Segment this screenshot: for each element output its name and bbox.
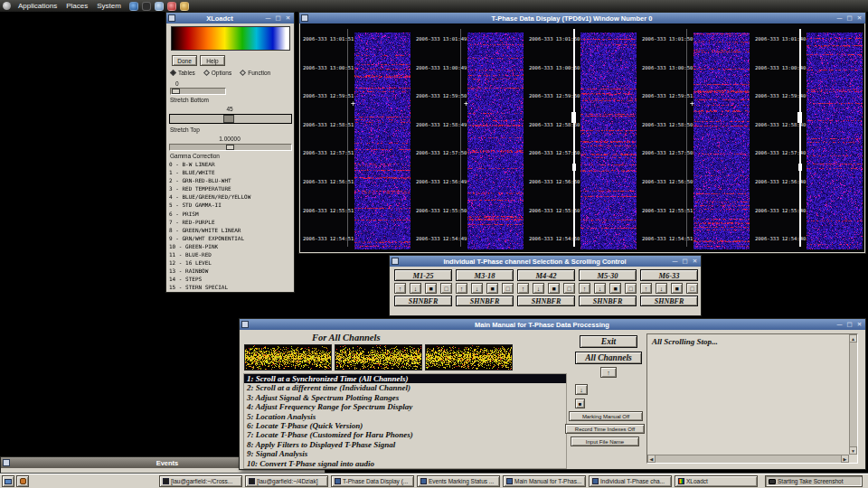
terminal-launcher-icon[interactable] <box>142 2 151 11</box>
taskbar-window-button[interactable]: Main Manual for T-Phas... <box>503 475 586 487</box>
tables-radio[interactable]: Tables <box>171 70 195 76</box>
color-table-option[interactable]: 9 - GRN/WHT EXPONENTIAL <box>169 234 293 242</box>
scroll-down-button[interactable]: ↓ <box>410 283 421 294</box>
scroll-up-button[interactable]: ↑ <box>394 283 406 294</box>
scroll-left-arrow-icon[interactable]: ◀ <box>647 455 656 463</box>
taskbar-window-button[interactable]: [lau@garfield:~/Cross... <box>159 475 242 487</box>
file-manager-launcher-icon[interactable] <box>155 2 164 11</box>
stop-button[interactable]: ■ <box>575 399 585 408</box>
menu-option-2[interactable]: 2: Scroll at a different time (Individua… <box>244 383 566 392</box>
input-file-name-button[interactable]: Input File Name <box>571 436 639 446</box>
pause-button[interactable]: □ <box>686 283 698 294</box>
color-table-option[interactable]: 7 - RED-PURPLE <box>169 218 293 226</box>
menu-option-10[interactable]: 10: Convert T-Phase signal into audio <box>244 459 566 468</box>
maximize-icon[interactable]: □ <box>845 321 854 329</box>
maximize-icon[interactable]: □ <box>681 258 689 266</box>
stretch-bottom-slider[interactable] <box>170 88 226 95</box>
exit-button[interactable]: Exit <box>580 335 637 348</box>
scroll-down-button[interactable]: ↓ <box>594 283 606 294</box>
gamma-slider[interactable] <box>169 144 292 151</box>
channel-thumbnail-2[interactable] <box>335 344 422 371</box>
spectrogram-channel-3[interactable] <box>580 33 637 249</box>
spectrogram-channel-1[interactable] <box>354 33 410 249</box>
window-menu-icon[interactable] <box>168 14 175 22</box>
channel-button[interactable]: M6-33 <box>640 269 698 281</box>
channel-button[interactable]: M5-30 <box>579 269 637 281</box>
menu-option-4[interactable]: 4: Adjust Frequency Range for Spectrum D… <box>244 402 566 411</box>
scroll-down-arrow-icon[interactable]: ▼ <box>849 446 857 455</box>
screenshot-status-button[interactable]: Starting Take Screenshot <box>765 475 863 487</box>
color-table-option[interactable]: 8 - GREEN/WHITE LINEAR <box>169 226 293 234</box>
scroll-down-button[interactable]: ↓ <box>656 283 667 294</box>
scroller-titlebar[interactable]: Individual T-Phase channel Selection & S… <box>390 256 701 267</box>
pause-button[interactable]: □ <box>502 283 514 294</box>
minimize-icon[interactable]: — <box>671 258 679 266</box>
color-table-option[interactable]: 1 - BLUE/WHITE <box>169 168 293 176</box>
scroll-up-button[interactable]: ↑ <box>640 283 652 294</box>
filter-button[interactable]: SHNBFR <box>579 296 637 306</box>
spectrogram-channel-2[interactable] <box>467 33 524 249</box>
channel-button[interactable]: M4-42 <box>517 269 575 281</box>
menubar-menu[interactable]: Applications <box>14 2 61 10</box>
color-table-option[interactable]: 2 - GRN-RED-BLU-WHT <box>169 176 293 184</box>
color-table-option[interactable]: 11 - BLUE-RED <box>169 250 293 258</box>
scroll-up-arrow-icon[interactable]: ▲ <box>849 334 857 343</box>
menubar-menu[interactable]: System <box>92 2 126 10</box>
taskbar-window-button[interactable]: T-Phase Data Display (... <box>331 475 414 487</box>
marking-manual-button[interactable]: Marking Manual Off <box>569 411 643 421</box>
close-icon[interactable]: ✕ <box>691 258 699 266</box>
close-icon[interactable]: ✕ <box>284 14 292 23</box>
scroll-right-arrow-icon[interactable]: ▶ <box>841 455 849 463</box>
color-table-option[interactable]: 3 - RED TEMPERATURE <box>169 184 293 192</box>
function-radio[interactable]: Function <box>241 70 270 76</box>
minimize-icon[interactable]: — <box>835 14 844 23</box>
show-desktop-button[interactable] <box>2 475 14 487</box>
pause-button[interactable]: □ <box>563 283 575 294</box>
stop-button[interactable]: ■ <box>671 283 683 294</box>
channel-thumbnail-1[interactable] <box>244 344 332 371</box>
help-button[interactable]: Help <box>200 55 225 66</box>
color-table-option[interactable]: 14 - STEPS <box>169 275 293 283</box>
scroll-up-button[interactable]: ↑ <box>517 283 529 294</box>
horizontal-scrollbar[interactable]: ◀ ▶ <box>647 455 849 463</box>
stop-button[interactable]: ■ <box>425 283 437 294</box>
menu-option-1[interactable]: 1: Scroll at a Synchronized Time (All Ch… <box>244 374 566 383</box>
minimize-icon[interactable]: — <box>264 14 272 23</box>
color-table-option[interactable]: 5 - STD GAMMA-II <box>169 201 293 209</box>
filter-button[interactable]: SHNBFR <box>394 296 452 306</box>
scroll-up-button[interactable]: ↑ <box>456 283 467 294</box>
menu-option-8[interactable]: 8: Apply Filters to Displayed T-Phase Si… <box>244 440 566 449</box>
maximize-icon[interactable]: □ <box>274 14 282 23</box>
window-menu-icon[interactable] <box>301 14 308 22</box>
stretch-top-slider[interactable] <box>169 114 292 124</box>
taskbar-window-button[interactable]: XLoadct <box>675 475 758 487</box>
scroll-down-button[interactable]: ↓ <box>533 283 544 294</box>
package-launcher-icon[interactable] <box>167 2 176 11</box>
channel-button[interactable]: M1-25 <box>394 269 452 281</box>
manual-titlebar[interactable]: Main Manual for T-Phase Data Processing … <box>240 319 865 330</box>
xloadct-titlebar[interactable]: XLoadct — □ ✕ <box>166 13 294 23</box>
record-time-indexes-button[interactable]: Record Time Indexes Off <box>565 424 645 434</box>
close-icon[interactable]: ✕ <box>855 321 863 329</box>
filter-button[interactable]: SHNBFR <box>517 296 575 306</box>
color-table-option[interactable]: 15 - STERN SPECIAL <box>169 283 293 291</box>
all-channels-button[interactable]: All Channels <box>575 352 642 364</box>
window-menu-icon[interactable] <box>241 321 249 328</box>
taskbar-window-button[interactable]: Events Marking Status ... <box>417 475 500 487</box>
color-table-option[interactable]: 6 - PRISM <box>169 210 293 218</box>
menu-option-5[interactable]: 5: Location Analysis <box>244 412 566 421</box>
vertical-scrollbar[interactable]: ▲ ▼ <box>849 334 857 455</box>
spectrogram-channel-5[interactable] <box>807 33 863 249</box>
editor-launcher-icon[interactable] <box>180 2 189 11</box>
color-table-option[interactable]: 12 - 16 LEVEL <box>169 258 293 267</box>
close-icon[interactable]: ✕ <box>855 14 863 23</box>
window-list-button[interactable] <box>16 475 29 487</box>
main-menu-icon[interactable] <box>3 2 11 10</box>
channel-thumbnail-3[interactable] <box>425 344 513 371</box>
pause-button[interactable]: □ <box>625 283 637 294</box>
color-table-option[interactable]: 13 - RAINBOW <box>169 267 293 275</box>
taskbar-window-button[interactable]: Individual T-Phase cha... <box>589 475 672 487</box>
scroll-down-button[interactable]: ↓ <box>575 384 588 395</box>
done-button[interactable]: Done <box>172 55 197 66</box>
web-browser-launcher-icon[interactable] <box>129 2 138 11</box>
